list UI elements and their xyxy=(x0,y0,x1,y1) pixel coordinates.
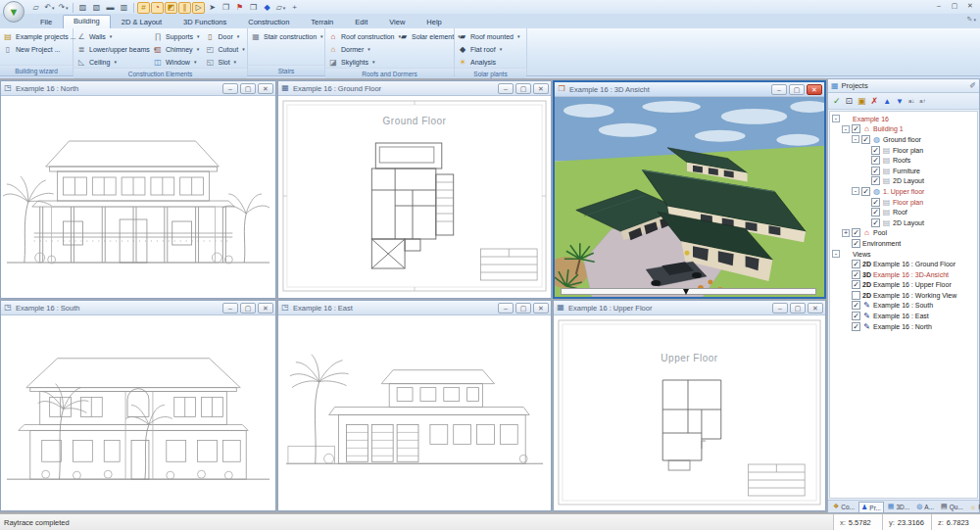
tree-expander-icon[interactable] xyxy=(842,229,850,237)
solar-element-button[interactable]: ▰ Solar element xyxy=(399,30,461,42)
chimney-button[interactable]: ▥ Chimney xyxy=(153,43,200,55)
tree-expander-icon[interactable] xyxy=(832,115,840,122)
tree-item[interactable]: Environment xyxy=(830,238,977,249)
undo-icon[interactable]: ↶ xyxy=(43,2,56,14)
close-button[interactable]: ✕ xyxy=(533,303,549,313)
ribbon-tab[interactable]: File xyxy=(29,16,63,28)
slider-marker[interactable] xyxy=(683,289,689,295)
tree-checkbox[interactable] xyxy=(852,312,860,320)
tree-item[interactable]: ✎ Example 16 : East xyxy=(830,311,977,321)
split-vertical-icon[interactable]: ▥ xyxy=(118,2,130,14)
minimize-button[interactable]: – xyxy=(222,303,238,313)
tree-item[interactable]: ▤ Floor plan xyxy=(830,145,977,156)
ribbon-tab[interactable]: 2D & Layout xyxy=(111,16,172,28)
palette-icon[interactable]: ❒ xyxy=(247,2,260,14)
confirm-icon[interactable]: ✓ xyxy=(833,97,841,106)
ribbon-tab[interactable]: 3D Functions xyxy=(172,16,237,28)
copy-window-icon[interactable]: ❐ xyxy=(220,2,232,14)
tree-checkbox[interactable] xyxy=(861,187,870,196)
tree-item[interactable]: ▤ 2D Layout xyxy=(830,176,977,187)
ribbon-tab[interactable]: Terrain xyxy=(300,16,344,28)
grid-icon[interactable]: # xyxy=(137,2,150,14)
tab-quantities[interactable]: ▤ Qu... xyxy=(938,501,966,512)
maximize-button[interactable]: ▢ xyxy=(790,303,806,313)
new-file-icon[interactable]: ▱ xyxy=(29,2,42,14)
window-north-titlebar[interactable]: ◳ Example 16 : North – ▢ ✕ xyxy=(1,81,275,96)
tree-checkbox[interactable] xyxy=(852,280,860,289)
tree-item[interactable]: ▤ Furniture xyxy=(830,166,977,176)
close-button[interactable]: ✕ xyxy=(808,303,823,313)
tree-checkbox[interactable] xyxy=(871,208,880,217)
ribbon-tab[interactable]: Edit xyxy=(344,16,378,28)
tree-checkbox[interactable] xyxy=(871,218,880,227)
brush-icon[interactable]: ◆ xyxy=(261,2,273,14)
tree-checkbox[interactable] xyxy=(852,291,860,300)
style-menu-icon[interactable]: ✎ xyxy=(967,16,976,24)
window-ground-floor-titlebar[interactable]: ▦ Example 16 : Ground Floor – ▢ ✕ xyxy=(278,81,551,96)
project-window-icon[interactable]: ▨ xyxy=(76,2,89,14)
tree-checkbox[interactable] xyxy=(871,146,880,155)
more-icon[interactable]: + xyxy=(288,2,301,14)
tree-item[interactable]: Example 16 xyxy=(830,114,977,124)
tab-components[interactable]: ❖ Co... xyxy=(830,501,858,512)
ribbon-tab[interactable]: Help xyxy=(416,16,452,28)
dormer-button[interactable]: ⌂ Dormer xyxy=(328,43,393,55)
ground-floor-plan-canvas[interactable]: Ground Floor xyxy=(278,96,551,298)
zone-icon[interactable]: ◩ xyxy=(165,2,177,14)
tree-checkbox[interactable] xyxy=(852,270,860,279)
roof-mounted-button[interactable]: ▰ Roof mounted xyxy=(458,30,520,42)
roof-construction-button[interactable]: ⌂ Roof construction xyxy=(328,30,393,42)
application-menu-button[interactable]: ▼ xyxy=(3,1,24,23)
close-button[interactable]: ✕ xyxy=(258,83,273,94)
redo-icon[interactable]: ↷ xyxy=(57,2,70,14)
minimize-button[interactable]: – xyxy=(931,0,947,12)
tree-expander-icon[interactable] xyxy=(842,125,850,133)
tree-checkbox[interactable] xyxy=(852,228,860,237)
slot-button[interactable]: ◱ Slot xyxy=(206,56,245,68)
tree-item[interactable]: ▤ Roofs xyxy=(830,155,977,166)
minimize-button[interactable]: – xyxy=(498,83,514,94)
maximize-button[interactable]: ▢ xyxy=(240,83,256,94)
tree-item[interactable]: Views xyxy=(830,249,977,260)
tree-expander-icon[interactable] xyxy=(852,187,859,195)
maximize-button[interactable]: ▢ xyxy=(515,83,531,94)
tree-checkbox[interactable] xyxy=(852,301,860,310)
maximize-button[interactable]: ▢ xyxy=(240,303,256,313)
3d-render-canvas[interactable] xyxy=(555,97,824,297)
tree-checkbox[interactable] xyxy=(871,167,880,175)
window-east-titlebar[interactable]: ◳ Example 16 : East – ▢ ✕ xyxy=(278,301,551,315)
close-button[interactable]: ✕ xyxy=(258,303,273,313)
tree-item[interactable]: ◍ 1. Upper floor xyxy=(830,186,977,197)
tree-item[interactable]: ◍ Ground floor xyxy=(830,134,977,145)
window-south-titlebar[interactable]: ◳ Example 16 : South – ▢ ✕ xyxy=(1,301,275,315)
minimize-button[interactable]: – xyxy=(771,84,787,95)
tree-checkbox[interactable] xyxy=(871,176,880,185)
supports-button[interactable]: ∏ Supports xyxy=(153,30,200,42)
play-icon[interactable]: ▷ xyxy=(192,2,205,14)
upper-floor-plan-canvas[interactable]: Upper Floor xyxy=(554,315,825,510)
window-3d-titlebar[interactable]: ❒ Example 16 : 3D Ansicht – ▢ ✕ xyxy=(555,82,824,97)
ribbon-tab[interactable]: Construction xyxy=(237,16,300,28)
minimize-button[interactable]: – xyxy=(772,303,788,313)
new-project-button[interactable]: ▯ New Project ... xyxy=(3,43,75,55)
pointer-icon[interactable]: ➤ xyxy=(206,2,219,14)
lower-upper-beams-button[interactable]: ≣ Lower/upper beams xyxy=(76,43,147,55)
tree-expander-icon[interactable] xyxy=(832,250,840,258)
tree-item[interactable]: 3D Example 16 : 3D-Ansicht xyxy=(830,269,977,280)
window-upper-floor-titlebar[interactable]: ▦ Example 16 : Upper Floor – ▢ ✕ xyxy=(554,301,825,315)
delete-icon[interactable]: ✗ xyxy=(871,97,879,106)
sort-desc-icon[interactable]: a↑ xyxy=(919,97,925,106)
north-elevation-canvas[interactable] xyxy=(1,96,275,298)
import-icon[interactable]: ▣ xyxy=(858,97,866,106)
tree-item[interactable]: 2D Example 16 : Ground Floor xyxy=(830,259,977,269)
tree-item[interactable]: ⌂ Pool xyxy=(830,228,977,239)
tree-checkbox[interactable] xyxy=(852,260,860,268)
example-projects-button[interactable]: ▤ Example projects ... xyxy=(3,30,75,42)
close-button[interactable]: ✕ xyxy=(962,0,978,12)
tree-checkbox[interactable] xyxy=(861,135,870,144)
minimize-button[interactable]: – xyxy=(498,303,514,313)
walls-button[interactable]: ∠ Walls xyxy=(76,30,147,42)
tree-expander-icon[interactable] xyxy=(852,135,859,143)
new-view-icon[interactable]: ▱ xyxy=(274,2,287,14)
render-progress-slider[interactable] xyxy=(561,288,816,295)
